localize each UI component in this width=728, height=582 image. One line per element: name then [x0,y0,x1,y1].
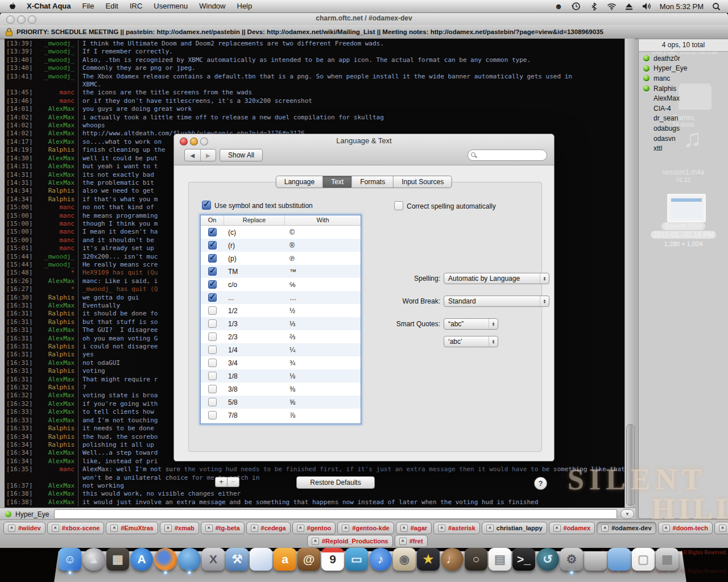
substitution-checkbox[interactable] [208,306,217,315]
word-break-dropdown[interactable]: Standard▲▼ [444,296,549,307]
wifi-icon[interactable] [607,2,617,11]
channel-tab[interactable]: #asterisk [433,522,480,534]
show-all-button[interactable]: Show All [220,149,263,161]
channel-tab[interactable]: #agar [396,522,432,534]
dock-icon[interactable]: ♪ [369,548,392,571]
substitution-row[interactable]: TM ™ [201,265,361,278]
channel-tab[interactable]: #EmuXtras [106,522,158,534]
smart-quotes-double-dropdown[interactable]: “abc”▲▼ [444,318,498,330]
bluetooth-icon[interactable] [589,2,599,11]
substitution-row[interactable]: (r) ® [201,239,361,252]
substitution-row[interactable]: 2/3 ⅔ [201,330,361,343]
dock-icon[interactable] [608,548,631,571]
dock-icon[interactable]: ☺ [59,548,81,571]
smart-quotes-single-dropdown[interactable]: ‘abc’▲▼ [444,336,498,347]
substitution-checkbox[interactable] [208,280,217,289]
substitution-row[interactable]: 1/4 ¼ [201,343,361,356]
dock-icon[interactable]: ♩ [441,548,464,571]
dock-icon[interactable]: ▭ [345,548,368,571]
menu-item[interactable]: Help [231,0,258,13]
channel-tab[interactable]: #phc [714,522,728,534]
substitution-row[interactable]: 7/8 ⅞ [201,409,361,422]
substitution-row[interactable]: 3/4 ¾ [201,356,361,369]
help-button[interactable]: ? [534,477,547,490]
substitution-checkbox[interactable] [208,254,217,263]
preference-tab[interactable]: Formats [352,176,394,188]
substitution-checkbox[interactable] [208,372,217,380]
substitution-row[interactable]: (c) © [201,226,361,239]
remove-substitution-button[interactable]: − [227,477,239,487]
menu-item[interactable]: File [77,0,100,13]
add-substitution-button[interactable]: + [215,477,228,487]
dock-icon[interactable]: ○ [465,548,487,571]
substitution-checkbox[interactable] [208,411,217,419]
dock-icon[interactable] [584,548,607,571]
dock-icon[interactable]: a [274,548,296,571]
dock-icon[interactable]: A [130,548,153,571]
correct-spelling-checkbox[interactable] [394,201,403,210]
chat-scrollbar-thumb[interactable] [626,424,635,506]
dock-icon[interactable]: ▲ [82,548,105,571]
dock-icon[interactable]: ▢ [632,548,655,571]
dock-icon[interactable]: ▤ [489,548,511,571]
tab-close-icon[interactable] [438,525,445,532]
preference-tab[interactable]: Text [323,176,352,188]
tab-close-icon[interactable] [663,525,670,532]
forward-button[interactable]: ▶ [201,149,216,161]
preference-tab[interactable]: Input Sources [394,176,452,188]
substitution-checkbox[interactable] [208,267,217,276]
substitution-checkbox[interactable] [208,398,217,406]
dock-icon[interactable]: @ [297,548,320,571]
dock-icon[interactable]: ⚒ [226,548,249,571]
tab-close-icon[interactable] [399,538,407,545]
dock-icon[interactable]: ⚙ [560,548,583,571]
channel-tab[interactable]: christian_lappy [482,522,547,534]
dialog-search-field[interactable] [468,149,547,161]
tab-close-icon[interactable] [110,525,118,532]
tab-close-icon[interactable] [342,525,349,532]
substitution-checkbox[interactable] [208,332,217,341]
substitution-checkbox[interactable] [208,293,217,302]
channel-tab[interactable]: #wiidev [3,522,46,534]
dock-icon[interactable] [178,548,201,571]
menu-item[interactable]: IRC [124,0,148,13]
substitution-checkbox[interactable] [208,385,217,393]
tab-close-icon[interactable] [52,525,59,532]
tab-close-icon[interactable] [164,525,172,532]
tab-close-icon[interactable] [251,525,258,532]
dock-icon[interactable] [250,548,272,571]
channel-topic[interactable]: PRIORITY: SCHEDULE MEETING || pastebin: … [13,28,603,35]
user-list-item[interactable]: odabugs [639,123,728,134]
tab-close-icon[interactable] [553,525,561,532]
channel-tab[interactable]: #odamex-dev [597,522,656,534]
tab-close-icon[interactable] [486,525,494,532]
user-list-item[interactable]: xttl [639,143,728,153]
input-dropdown-button[interactable]: ▼ [621,509,634,519]
volume-icon[interactable] [642,2,652,11]
restore-defaults-button[interactable]: Restore Defaults [296,476,375,489]
menu-item[interactable]: Usermenu [148,0,193,13]
dock-icon[interactable]: X [202,548,225,571]
eject-icon[interactable] [624,2,634,11]
chat-scrollbar[interactable] [624,39,635,508]
tab-close-icon[interactable] [601,525,609,532]
preference-tab[interactable]: Language [276,176,323,188]
channel-tab[interactable]: #xbox-scene [47,522,105,534]
message-input[interactable] [54,509,617,519]
menu-clock[interactable]: Mon 5:32 PM [660,2,704,11]
substitution-checkbox[interactable] [208,359,217,367]
user-list-item[interactable]: manc [639,73,728,84]
tab-close-icon[interactable] [312,538,319,545]
use-substitution-checkbox[interactable] [202,201,211,210]
channel-tab[interactable]: #doom-tech [658,522,713,534]
dock-icon[interactable]: ↺ [536,548,559,571]
user-list-item[interactable]: Ralphis [639,84,728,94]
user-list-item[interactable]: dr_sean [639,114,728,124]
channel-tab[interactable]: #Reploid_Productions [307,535,393,547]
search-input[interactable] [477,152,562,159]
menu-item[interactable]: Edit [100,0,123,13]
user-list-item[interactable]: Hyper_Eye [639,64,728,74]
substitution-row[interactable]: 5/8 ⅝ [201,396,361,409]
substitution-row[interactable]: (p) ℗ [201,252,361,265]
substitution-checkbox[interactable] [208,241,217,250]
